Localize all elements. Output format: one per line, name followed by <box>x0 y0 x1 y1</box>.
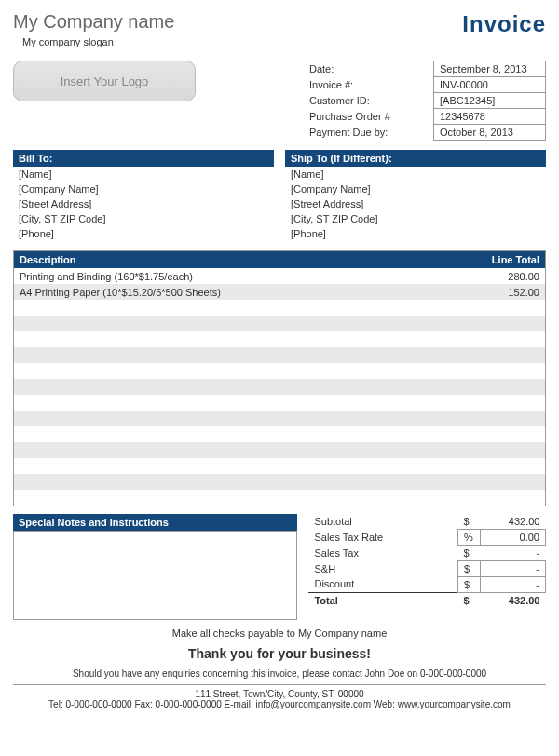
sh-label: S&H <box>308 560 457 576</box>
salestax-label: Sales Tax <box>308 545 457 560</box>
company-name: My Company name <box>13 11 174 33</box>
col-line-total: Line Total <box>462 251 546 269</box>
sh-cur: $ <box>458 560 481 576</box>
item-total[interactable] <box>462 347 546 363</box>
item-description[interactable] <box>14 363 462 379</box>
item-total[interactable] <box>462 474 546 490</box>
total-label: Total <box>308 592 457 608</box>
subtotal-amt: 432.00 <box>481 514 546 530</box>
item-total[interactable]: 152.00 <box>462 284 546 300</box>
subtotal-cur: $ <box>458 514 481 530</box>
bill-to-line[interactable]: [Phone] <box>13 226 274 241</box>
ship-to-line[interactable]: [Phone] <box>285 226 546 241</box>
table-row[interactable] <box>14 426 546 442</box>
bill-to-line[interactable]: [Company Name] <box>13 182 274 196</box>
ship-to-line[interactable]: [Street Address] <box>285 196 546 211</box>
payable-text: Make all checks payable to My Company na… <box>13 628 546 639</box>
line-items-table: Description Line Total Printing and Bind… <box>13 250 546 506</box>
table-row[interactable] <box>14 347 546 363</box>
item-total[interactable] <box>462 490 546 506</box>
meta-po-label: Purchase Order # <box>304 109 434 125</box>
ship-to-line[interactable]: [Name] <box>285 167 546 182</box>
item-description[interactable]: A4 Printing Paper (10*$15.20/5*500 Sheet… <box>14 284 462 300</box>
item-description[interactable] <box>14 331 462 347</box>
col-description: Description <box>14 251 462 269</box>
item-total[interactable] <box>462 411 546 426</box>
table-row[interactable] <box>14 411 546 426</box>
taxrate-label: Sales Tax Rate <box>308 529 457 545</box>
meta-po-value[interactable]: 12345678 <box>434 109 546 125</box>
sh-amt[interactable]: - <box>481 560 546 576</box>
table-row[interactable] <box>14 458 546 474</box>
table-row[interactable] <box>14 363 546 379</box>
bill-to-line[interactable]: [City, ST ZIP Code] <box>13 211 274 226</box>
item-total[interactable] <box>462 442 546 458</box>
item-description[interactable]: Printing and Binding (160*$1.75/each) <box>14 268 462 284</box>
table-row[interactable] <box>14 395 546 411</box>
logo-placeholder[interactable]: Insert Your Logo <box>13 61 196 101</box>
meta-customer-value[interactable]: [ABC12345] <box>434 93 546 109</box>
item-total[interactable] <box>462 395 546 411</box>
table-row[interactable] <box>14 442 546 458</box>
bill-to-line[interactable]: [Name] <box>13 167 274 182</box>
item-description[interactable] <box>14 442 462 458</box>
ship-to-header: Ship To (If Different): <box>285 150 546 167</box>
meta-date-label: Date: <box>304 61 434 77</box>
item-description[interactable] <box>14 426 462 442</box>
item-total[interactable] <box>462 316 546 331</box>
item-description[interactable] <box>14 474 462 490</box>
item-total[interactable] <box>462 458 546 474</box>
item-description[interactable] <box>14 458 462 474</box>
thank-you-text: Thank you for your business! <box>13 646 546 661</box>
discount-cur: $ <box>458 576 481 592</box>
table-row[interactable]: Printing and Binding (160*$1.75/each)280… <box>14 268 546 284</box>
item-description[interactable] <box>14 411 462 426</box>
divider <box>13 684 546 685</box>
meta-invoice-value[interactable]: INV-00000 <box>434 77 546 93</box>
discount-amt[interactable]: - <box>481 576 546 592</box>
table-row[interactable] <box>14 379 546 395</box>
meta-due-label: Payment Due by: <box>304 125 434 141</box>
totals-section: Subtotal$432.00 Sales Tax Rate%0.00 Sale… <box>308 514 546 620</box>
item-description[interactable] <box>14 490 462 506</box>
table-row[interactable] <box>14 490 546 506</box>
item-total[interactable] <box>462 363 546 379</box>
item-total[interactable] <box>462 331 546 347</box>
meta-date-value[interactable]: September 8, 2013 <box>434 61 546 77</box>
taxrate-cur: % <box>458 529 481 545</box>
bill-to-header: Bill To: <box>13 150 274 167</box>
item-description[interactable] <box>14 379 462 395</box>
total-amt: 432.00 <box>481 592 546 608</box>
item-description[interactable] <box>14 347 462 363</box>
subtotal-label: Subtotal <box>308 514 457 530</box>
item-description[interactable] <box>14 316 462 331</box>
item-description[interactable] <box>14 395 462 411</box>
ship-to-line[interactable]: [City, ST ZIP Code] <box>285 211 546 226</box>
meta-invoice-label: Invoice #: <box>304 77 434 93</box>
table-row[interactable] <box>14 474 546 490</box>
enquiry-text: Should you have any enquiries concerning… <box>13 668 546 679</box>
item-total[interactable] <box>462 426 546 442</box>
item-description[interactable] <box>14 300 462 316</box>
meta-due-value[interactable]: October 8, 2013 <box>434 125 546 141</box>
discount-label: Discount <box>308 576 457 592</box>
notes-content[interactable] <box>13 531 297 620</box>
item-total[interactable] <box>462 300 546 316</box>
meta-customer-label: Customer ID: <box>304 93 434 109</box>
item-total[interactable]: 280.00 <box>462 268 546 284</box>
company-contact: Tel: 0-000-000-0000 Fax: 0-000-000-0000 … <box>13 699 546 709</box>
salestax-cur: $ <box>458 545 481 560</box>
table-row[interactable] <box>14 300 546 316</box>
item-total[interactable] <box>462 379 546 395</box>
ship-to-line[interactable]: [Company Name] <box>285 182 546 196</box>
total-cur: $ <box>458 592 481 608</box>
table-row[interactable] <box>14 331 546 347</box>
notes-header: Special Notes and Instructions <box>13 514 297 531</box>
taxrate-amt[interactable]: 0.00 <box>481 529 546 545</box>
invoice-meta: Date:September 8, 2013 Invoice #:INV-000… <box>304 61 546 141</box>
bill-to-line[interactable]: [Street Address] <box>13 196 274 211</box>
table-row[interactable]: A4 Printing Paper (10*$15.20/5*500 Sheet… <box>14 284 546 300</box>
invoice-title: Invoice <box>462 11 546 37</box>
company-slogan: My company slogan <box>22 36 174 47</box>
table-row[interactable] <box>14 316 546 331</box>
